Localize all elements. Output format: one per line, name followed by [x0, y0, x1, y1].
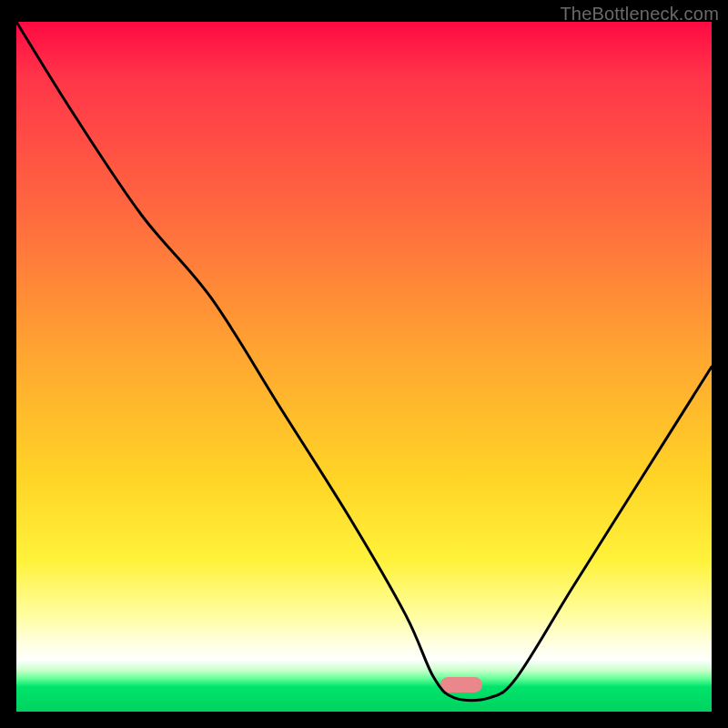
chart-frame: TheBottleneck.com: [0, 0, 728, 728]
bottleneck-curve: [16, 22, 712, 712]
plot-area: [16, 22, 712, 712]
